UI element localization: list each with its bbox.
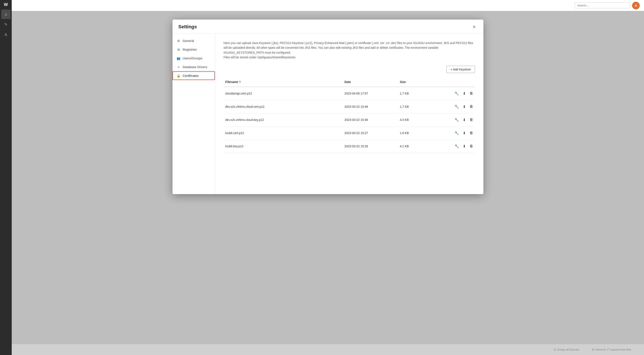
configure-icon[interactable]: 🔧 bbox=[454, 118, 459, 122]
configure-icon[interactable]: 🔧 bbox=[454, 144, 459, 149]
sidebar-item-users-groups[interactable]: 👥 Users/Groups bbox=[172, 54, 215, 62]
delete-icon[interactable]: 🗑 bbox=[470, 131, 473, 135]
sidebar-item-certificates[interactable]: 🔒 Certificates bbox=[172, 71, 215, 80]
actions-cell: 🔧 ⬇ 🗑 bbox=[441, 127, 475, 139]
app-sidebar: W ⌂ ✎ A bbox=[0, 0, 12, 355]
col-filename: Filename ⇕ bbox=[224, 79, 343, 85]
date-cell: 2023-03-22 15:46 bbox=[343, 101, 398, 112]
delete-icon[interactable]: 🗑 bbox=[470, 118, 473, 122]
nav-edit-icon[interactable]: ✎ bbox=[1, 20, 11, 29]
size-cell: 4.1 KB bbox=[398, 141, 441, 151]
main-content: Here you can upload Java Keystore (.jks)… bbox=[215, 34, 484, 194]
sidebar-item-label: General bbox=[183, 39, 194, 42]
date-cell: 2023-03-22 15:27 bbox=[343, 128, 398, 138]
delete-icon[interactable]: 🗑 bbox=[470, 104, 473, 109]
actions-cell: 🔧 ⬇ 🗑 bbox=[441, 101, 475, 112]
configure-icon[interactable]: 🔧 bbox=[454, 104, 459, 109]
info-paragraph: Here you can upload Java Keystore (.jks)… bbox=[224, 41, 475, 60]
table-row: inubit.key.p12 2023-03-22 15:26 4.1 KB 🔧… bbox=[224, 140, 475, 153]
app-topbar: A bbox=[12, 0, 644, 11]
add-keystore-button[interactable]: + Add Keystore bbox=[446, 66, 475, 73]
actions-cell: 🔧 ⬇ 🗑 bbox=[441, 141, 475, 152]
modal-overlay: Settings × ⚙ General ⊞ Registries 👥 User… bbox=[12, 11, 644, 355]
table-row: dev.s2s.virtimo.cloud.cert.p12 2023-03-2… bbox=[224, 100, 475, 113]
configure-icon[interactable]: 🔧 bbox=[454, 131, 459, 135]
download-icon[interactable]: ⬇ bbox=[463, 144, 466, 149]
database-icon: ≡ bbox=[177, 65, 180, 69]
col-actions bbox=[441, 79, 475, 85]
sidebar-item-registries[interactable]: ⊞ Registries bbox=[172, 45, 215, 54]
size-cell: 1.7 KB bbox=[398, 88, 441, 98]
sidebar-item-general[interactable]: ⚙ General bbox=[172, 36, 215, 45]
download-icon[interactable]: ⬇ bbox=[463, 118, 466, 122]
modal-close-button[interactable]: × bbox=[471, 23, 477, 30]
actions-cell: 🔧 ⬇ 🗑 bbox=[441, 88, 475, 99]
table-row: inubit.cert.p12 2023-03-22 15:27 1.6 KB … bbox=[224, 127, 475, 140]
date-cell: 2023-03-22 15:46 bbox=[343, 115, 398, 125]
filename-cell: dev.s2s.virtimo.cloud.key.p12 bbox=[224, 115, 343, 125]
date-cell: 2023-03-22 15:26 bbox=[343, 141, 398, 151]
actions-cell: 🔧 ⬇ 🗑 bbox=[441, 114, 475, 126]
keystores-table: Filename ⇕ Date Size cloudamqp.com.p12 2… bbox=[224, 77, 475, 153]
registries-icon: ⊞ bbox=[177, 48, 180, 51]
size-cell: 1.6 KB bbox=[398, 128, 441, 138]
app-logo: W bbox=[4, 2, 8, 7]
filename-cell: dev.s2s.virtimo.cloud.cert.p12 bbox=[224, 101, 343, 112]
filename-cell: cloudamqp.com.p12 bbox=[224, 88, 343, 98]
table-header: Filename ⇕ Date Size bbox=[224, 77, 475, 87]
modal-body: ⚙ General ⊞ Registries 👥 Users/Groups ≡ … bbox=[172, 34, 484, 194]
col-date: Date bbox=[343, 79, 398, 85]
size-cell: 4.3 KB bbox=[398, 115, 441, 125]
download-icon[interactable]: ⬇ bbox=[463, 91, 466, 96]
filename-cell: inubit.cert.p12 bbox=[224, 128, 343, 138]
toolbar: + Add Keystore bbox=[224, 66, 475, 73]
users-icon: 👥 bbox=[177, 57, 180, 60]
nav-home-icon[interactable]: ⌂ bbox=[1, 9, 11, 19]
col-size: Size bbox=[398, 79, 441, 85]
date-cell: 2023-04-05 17:57 bbox=[343, 88, 398, 98]
settings-sidebar: ⚙ General ⊞ Registries 👥 Users/Groups ≡ … bbox=[172, 34, 215, 194]
filename-cell: inubit.key.p12 bbox=[224, 141, 343, 151]
delete-icon[interactable]: 🗑 bbox=[470, 91, 473, 96]
sidebar-item-label: Registries bbox=[183, 48, 197, 51]
configure-icon[interactable]: 🔧 bbox=[454, 91, 459, 96]
settings-modal: Settings × ⚙ General ⊞ Registries 👥 User… bbox=[172, 19, 484, 194]
size-cell: 1.7 KB bbox=[398, 101, 441, 112]
sidebar-item-label: Database Drivers bbox=[183, 65, 208, 69]
sidebar-item-label: Users/Groups bbox=[183, 56, 202, 60]
modal-title: Settings bbox=[178, 24, 197, 29]
download-icon[interactable]: ⬇ bbox=[463, 104, 466, 109]
download-icon[interactable]: ⬇ bbox=[463, 131, 466, 135]
sidebar-item-database-drivers[interactable]: ≡ Database Drivers bbox=[172, 62, 215, 71]
sort-icon: ⇕ bbox=[239, 80, 241, 83]
user-avatar[interactable]: A bbox=[632, 2, 640, 9]
modal-header: Settings × bbox=[172, 19, 484, 34]
topbar-search-input[interactable] bbox=[574, 2, 630, 8]
table-row: cloudamqp.com.p12 2023-04-05 17:57 1.7 K… bbox=[224, 87, 475, 100]
nav-user-icon[interactable]: A bbox=[1, 30, 11, 39]
delete-icon[interactable]: 🗑 bbox=[470, 144, 473, 148]
table-row: dev.s2s.virtimo.cloud.key.p12 2023-03-22… bbox=[224, 113, 475, 127]
lock-icon: 🔒 bbox=[177, 74, 180, 77]
gear-icon: ⚙ bbox=[177, 39, 180, 42]
sidebar-item-label: Certificates bbox=[183, 74, 199, 77]
